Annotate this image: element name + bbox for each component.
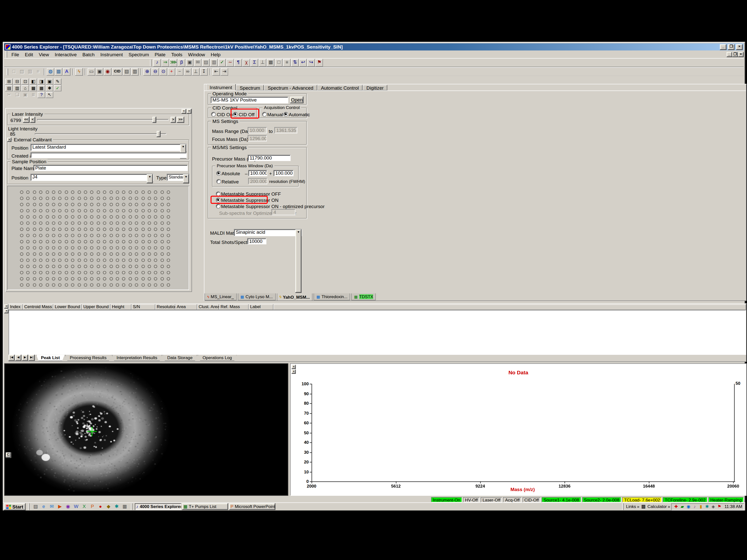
plate-well[interactable] (148, 221, 151, 225)
plate-well[interactable] (77, 196, 81, 200)
taskbar-grip[interactable] (28, 503, 29, 510)
plate-well[interactable] (116, 209, 119, 212)
baseline-icon[interactable]: ∼ (226, 59, 234, 66)
plate-well[interactable] (154, 196, 157, 200)
light-intensity-slider[interactable] (35, 133, 166, 135)
beta-mode-icon[interactable]: β (178, 59, 185, 66)
panel-a-icon[interactable]: ▤ (123, 68, 131, 76)
redo-icon[interactable]: ↪ (308, 59, 315, 66)
scroll-last-icon[interactable]: ▶| (29, 355, 35, 361)
plate-well[interactable] (39, 240, 42, 243)
plate-well[interactable] (128, 221, 132, 225)
plate-well[interactable] (58, 240, 61, 243)
plate-well[interactable] (46, 196, 49, 200)
plate-well[interactable] (122, 190, 126, 194)
column-header-lower-bound[interactable]: Lower Bound (53, 304, 82, 310)
plate-well[interactable] (58, 265, 61, 268)
camera-c-button[interactable]: C (6, 452, 11, 458)
plate-well[interactable] (154, 283, 157, 287)
plate-well[interactable] (77, 190, 81, 194)
plate-well[interactable] (141, 228, 145, 231)
go-next-icon[interactable]: ⇒ (162, 59, 169, 66)
plate-well[interactable] (33, 265, 36, 268)
menu-view[interactable]: View (36, 51, 52, 57)
split-right-icon[interactable]: ◨ (37, 79, 45, 85)
plate-well[interactable] (20, 203, 23, 206)
recorder-icon[interactable]: ● (97, 503, 104, 510)
plate-well[interactable] (109, 190, 112, 194)
plate-well[interactable] (77, 246, 81, 249)
plate-name-field[interactable]: Plate (33, 165, 188, 171)
sheet-tab-interpretation-results[interactable]: Interpretation Results (112, 355, 162, 361)
plate-well[interactable] (135, 234, 138, 237)
menu-spectrum[interactable]: Spectrum (126, 51, 152, 57)
plate-well[interactable] (58, 271, 61, 274)
plate-well[interactable] (26, 190, 30, 194)
plate-well[interactable] (167, 240, 170, 243)
plate-well[interactable] (167, 203, 170, 206)
plate-well[interactable] (26, 215, 30, 218)
plate-well[interactable] (58, 209, 61, 212)
column-header-index[interactable]: Index (8, 304, 23, 310)
plate-well[interactable] (116, 283, 119, 287)
laser-ffwd-button[interactable]: >> (177, 117, 184, 123)
panel-b-icon[interactable]: ▥ (131, 68, 139, 76)
plate-well[interactable] (128, 240, 132, 243)
plate-well[interactable] (135, 271, 138, 274)
taskbar-task-microsoft-powerpoint[interactable]: PMicrosoft PowerPoint - [... (229, 503, 275, 510)
plate-well[interactable] (154, 265, 157, 268)
plate-well[interactable] (90, 271, 93, 274)
tab-instrument[interactable]: Instrument (206, 84, 236, 90)
plate-well[interactable] (116, 190, 119, 194)
plate-well[interactable] (97, 234, 100, 237)
plate-well[interactable] (103, 228, 106, 231)
doc-tab-yaho-msm[interactable]: ϟYahO_MSM... (277, 293, 313, 301)
plate-well[interactable] (122, 283, 126, 287)
chevron-icon[interactable]: » (668, 504, 670, 509)
plate-well[interactable] (167, 283, 170, 287)
plate-well[interactable] (52, 283, 55, 287)
plate-well[interactable] (148, 228, 151, 231)
plate-well[interactable] (90, 234, 93, 237)
plate-well[interactable] (90, 190, 93, 194)
plate-well[interactable] (26, 259, 30, 262)
plate-well[interactable] (116, 259, 119, 262)
plate-well[interactable] (160, 252, 163, 256)
plate-well[interactable] (52, 221, 55, 225)
edit-notes-icon[interactable]: ✎ (54, 79, 61, 85)
plate-well[interactable] (109, 265, 112, 268)
calibrant-collapse-icon[interactable]: x (7, 138, 11, 142)
doc-tab-ms-linear[interactable]: ϟMS_Linear_ (204, 293, 237, 301)
globe-icon[interactable]: ◍ (47, 68, 54, 76)
plate-well[interactable] (26, 203, 30, 206)
plate-well[interactable] (71, 190, 74, 194)
plate-well[interactable] (148, 240, 151, 243)
plate-well[interactable] (20, 240, 23, 243)
plate-well[interactable] (148, 234, 151, 237)
plate-well[interactable] (141, 209, 145, 212)
maldi-matrix-select[interactable]: Sinapinic acid (234, 229, 302, 236)
plate-well[interactable] (97, 240, 100, 243)
menu-plate[interactable]: Plate (152, 51, 169, 57)
plate-well[interactable] (46, 234, 49, 237)
zoom-out-icon[interactable]: ⊖ (151, 68, 159, 76)
validate-icon[interactable]: ✓ (218, 59, 226, 66)
plate-well[interactable] (103, 190, 106, 194)
plate-well[interactable] (39, 203, 42, 206)
plate-well[interactable] (46, 271, 49, 274)
internet-explorer-icon[interactable]: e (40, 503, 48, 510)
plate-well[interactable] (154, 246, 157, 249)
plate-well[interactable] (52, 234, 55, 237)
plate-well[interactable] (90, 283, 93, 287)
plate-well[interactable] (20, 196, 23, 200)
plate-well[interactable] (39, 271, 42, 274)
plate-well[interactable] (58, 252, 61, 256)
plate-well[interactable] (84, 246, 87, 249)
plate-well[interactable] (160, 283, 163, 287)
plate-well[interactable] (148, 265, 151, 268)
calculator-toolbar[interactable]: Calculator (647, 504, 667, 509)
plate-well[interactable] (160, 277, 163, 281)
plate-well[interactable] (167, 252, 170, 256)
plate-well[interactable] (52, 271, 55, 274)
plate-well[interactable] (39, 265, 42, 268)
